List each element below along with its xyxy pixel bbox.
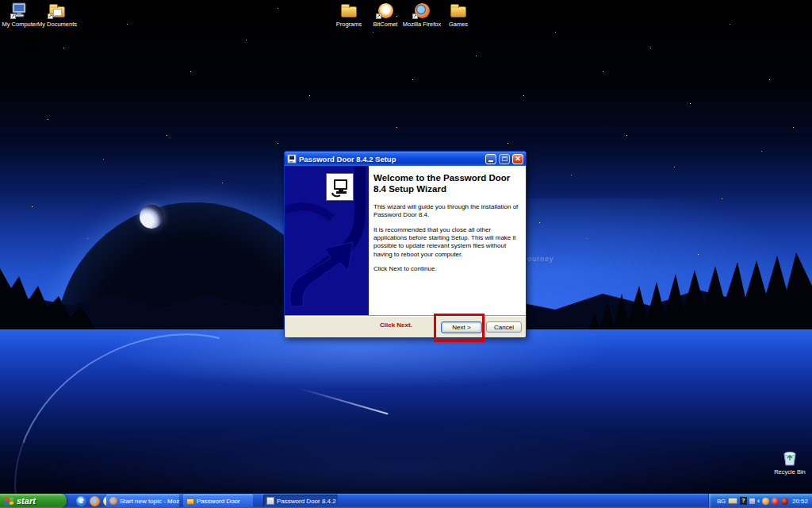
taskbar-button-label: Password Door 8.4.2 ... [277,498,338,505]
desktop-icon-label: My Computer [2,21,37,28]
hide-icons-chevron[interactable]: ‹ [757,497,760,505]
help-tray-icon[interactable]: ? [740,497,747,505]
minimize-button[interactable] [485,154,496,164]
desktop-icon-label: BitComet [373,21,398,28]
wallpaper-watermark: journey [525,255,554,263]
desktop-icon-label: Recycle Bin [774,468,806,475]
desktop-icon-recycle-bin[interactable]: Recycle Bin [771,449,809,475]
desktop-icon-label: Games [449,21,468,28]
desktop-icon-firefox[interactable]: ➚ Mozilla Firefox [399,2,445,28]
start-button[interactable]: start [0,494,67,508]
start-label: start [17,496,36,506]
wizard-banner [285,166,369,315]
installer-title-icon [287,154,297,164]
folder-icon [339,2,358,19]
installer-icon [266,497,274,505]
wizard-paragraph-1: This wizard will guide you through the i… [373,203,519,220]
desktop-icon-games[interactable]: Games [439,2,477,28]
taskbar-button-folder[interactable]: Password Door [183,495,253,507]
taskbar-button-label: Start new topic - Mozi... [120,498,179,505]
wizard-heading: Welcome to the Password Door 8.4 Setup W… [373,172,519,195]
shortcut-arrow-icon: ➚ [48,13,53,19]
wizard-text-area: Welcome to the Password Door 8.4 Setup W… [373,166,523,315]
folder-icon [449,2,468,19]
desktop-icon-my-computer[interactable]: ➚ My Computer [2,2,38,28]
desktop-icon-my-documents[interactable]: ➚ My Documents [36,2,78,28]
firefox-icon: ➚ [412,2,431,19]
taskbar-button-setup[interactable]: Password Door 8.4.2 ... [263,495,338,507]
maximize-button[interactable] [499,154,510,164]
keyboard-icon[interactable] [728,498,737,504]
wizard-paragraph-3: Click Next to continue. [373,265,519,273]
cancel-button[interactable]: Cancel [486,321,522,333]
wizard-body: Welcome to the Password Door 8.4 Setup W… [285,166,526,315]
desktop-icon-label: Mozilla Firefox [403,21,441,28]
shortcut-arrow-icon: ➚ [412,13,418,19]
desktop-icon-label: Programs [336,21,362,28]
taskbar: start e » Start new topic - Mozi... Pass… [0,494,812,508]
wallpaper-stars [0,0,1,1]
folder-icon [186,498,194,505]
bitcomet-icon: ➚ [376,2,395,19]
firefox-icon [109,497,117,505]
wizard-paragraph-2: It is recommended that you close all oth… [373,226,519,260]
title-bar[interactable]: Password Door 8.4.2 Setup ✕ [285,152,526,166]
shortcut-arrow-icon: ➚ [376,13,381,19]
shortcut-arrow-icon: ➚ [10,13,16,19]
installer-computer-icon [326,173,354,201]
window-title: Password Door 8.4.2 Setup [299,155,483,164]
setup-wizard-window: Password Door 8.4.2 Setup ✕ Wel [284,151,527,337]
internet-explorer-icon[interactable]: e [76,496,86,506]
system-tray: BG ? ‹ 20:52 [708,494,812,508]
desktop-icon-label: My Documents [37,21,77,28]
click-next-annotation: Click Next. [380,321,412,329]
recycle-bin-icon [780,449,799,467]
language-indicator[interactable]: BG [717,498,726,505]
firefox-quicklaunch-icon[interactable] [90,496,100,506]
taskbar-button-firefox[interactable]: Start new topic - Mozi... [106,495,179,507]
wizard-footer: Click Next. Next > Cancel [285,315,526,337]
desktop-icon-programs[interactable]: Programs [328,2,370,28]
wallpaper-moon [140,205,163,229]
my-computer-icon: ➚ [10,2,29,19]
annotation-rectangle [434,314,485,342]
taskbar-clock[interactable]: 20:52 [792,498,808,505]
taskbar-button-label: Password Door [197,498,240,505]
my-documents-icon: ➚ [48,2,67,19]
darkred-tray-icon[interactable] [781,498,788,505]
windows-logo-icon [5,497,13,505]
close-button[interactable]: ✕ [512,154,523,164]
red-tray-icon[interactable] [772,498,779,505]
volume-tray-icon[interactable] [749,498,755,504]
bitcomet-tray-icon[interactable] [762,498,769,505]
